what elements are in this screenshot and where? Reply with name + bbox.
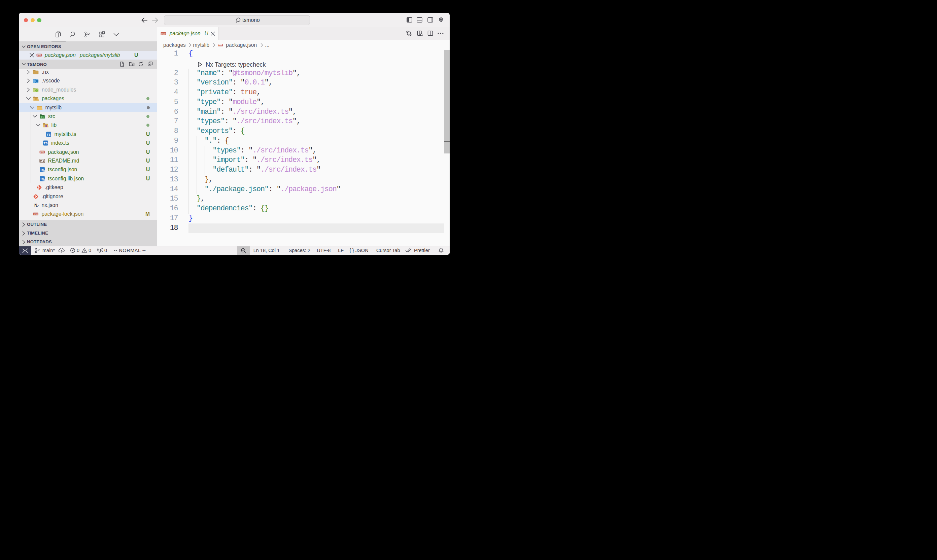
svg-text:npm: npm: [40, 151, 45, 154]
svg-text:npm: npm: [161, 32, 166, 35]
svg-text:TS: TS: [47, 132, 51, 136]
svg-text:N: N: [34, 203, 37, 208]
svg-text:npm: npm: [218, 44, 222, 46]
svg-text:npm: npm: [37, 54, 42, 57]
svg-text:TS: TS: [43, 142, 48, 145]
svg-text:npm: npm: [34, 213, 38, 216]
